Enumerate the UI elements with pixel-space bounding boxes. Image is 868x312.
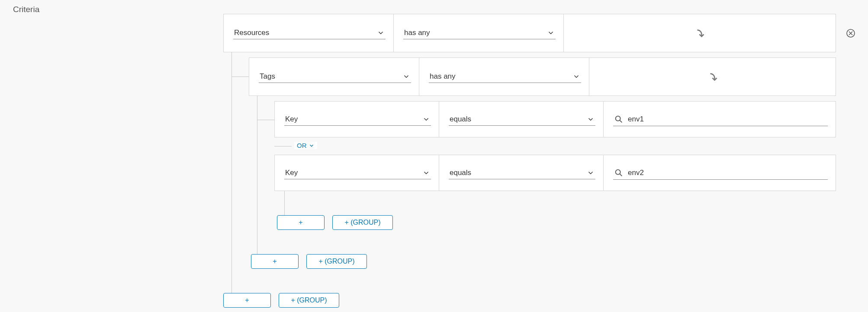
svg-point-4: [616, 116, 620, 121]
search-icon: [614, 115, 624, 124]
add-group-button[interactable]: + (GROUP): [279, 293, 339, 308]
attribute-select[interactable]: Tags: [259, 70, 411, 83]
criteria-builder: Criteria Resources has any: [0, 0, 868, 312]
operator-select[interactable]: has any: [403, 27, 556, 39]
chevron-down-icon: [377, 29, 385, 37]
add-group-button[interactable]: + (GROUP): [332, 215, 393, 230]
operator-select-value: equals: [450, 169, 587, 177]
nest-arrow-icon: [694, 27, 707, 40]
criteria-row-1: Tags has any: [249, 57, 836, 96]
logic-operator-label: OR: [297, 142, 307, 149]
operator-select[interactable]: equals: [449, 167, 595, 179]
add-condition-button[interactable]: +: [277, 215, 325, 230]
chevron-down-icon: [422, 169, 430, 177]
criteria-row-2b: Key equals env2: [274, 155, 836, 191]
operator-select-value: has any: [430, 72, 572, 81]
attribute-select-value: Key: [285, 169, 422, 177]
chevron-down-icon: [402, 73, 410, 80]
attribute-select-value: Resources: [234, 29, 377, 37]
logic-operator-toggle[interactable]: OR: [294, 142, 317, 149]
value-input[interactable]: env1: [613, 113, 828, 126]
chevron-down-icon: [309, 143, 315, 149]
attribute-select[interactable]: Resources: [233, 27, 386, 39]
nest-arrow-icon: [707, 70, 720, 83]
connector-line: [257, 96, 257, 262]
attribute-select-value: Tags: [260, 72, 402, 81]
remove-row-button[interactable]: [866, 169, 868, 181]
svg-point-6: [616, 169, 620, 174]
value-input[interactable]: env2: [613, 166, 828, 180]
search-icon: [614, 168, 624, 178]
value-input-text: env1: [628, 115, 827, 124]
criteria-row-0: Resources has any: [223, 14, 836, 52]
operator-select-value: has any: [404, 29, 547, 37]
section-label: Criteria: [13, 5, 39, 14]
connector-line: [257, 120, 274, 120]
chevron-down-icon: [587, 115, 595, 123]
connector-line: [231, 76, 249, 77]
svg-line-5: [620, 120, 622, 122]
operator-select[interactable]: has any: [429, 70, 581, 83]
operator-select[interactable]: equals: [449, 113, 595, 126]
attribute-select[interactable]: Key: [284, 167, 431, 179]
chevron-down-icon: [587, 169, 595, 177]
chevron-down-icon: [547, 29, 555, 37]
criteria-row-2a: Key equals env1: [274, 101, 836, 137]
svg-line-7: [620, 174, 622, 176]
connector-line: [274, 146, 292, 146]
value-input-text: env2: [628, 169, 827, 177]
operator-select-value: equals: [450, 115, 587, 124]
add-condition-button[interactable]: +: [223, 293, 271, 308]
chevron-down-icon: [422, 115, 430, 123]
connector-line: [231, 52, 232, 301]
attribute-select[interactable]: Key: [284, 113, 431, 126]
attribute-select-value: Key: [285, 115, 422, 124]
remove-row-button[interactable]: [845, 27, 857, 39]
add-condition-button[interactable]: +: [251, 254, 299, 269]
chevron-down-icon: [572, 73, 580, 80]
add-group-button[interactable]: + (GROUP): [306, 254, 367, 269]
